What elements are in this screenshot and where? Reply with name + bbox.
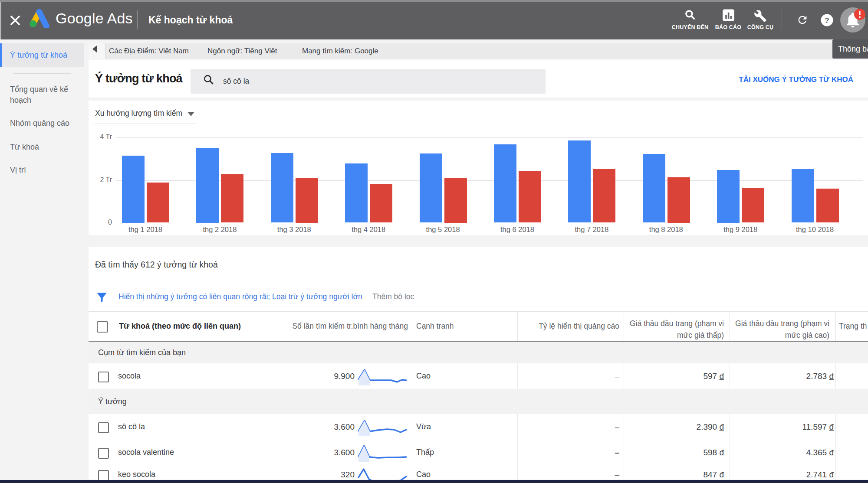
svg-text:?: ? xyxy=(825,16,829,25)
